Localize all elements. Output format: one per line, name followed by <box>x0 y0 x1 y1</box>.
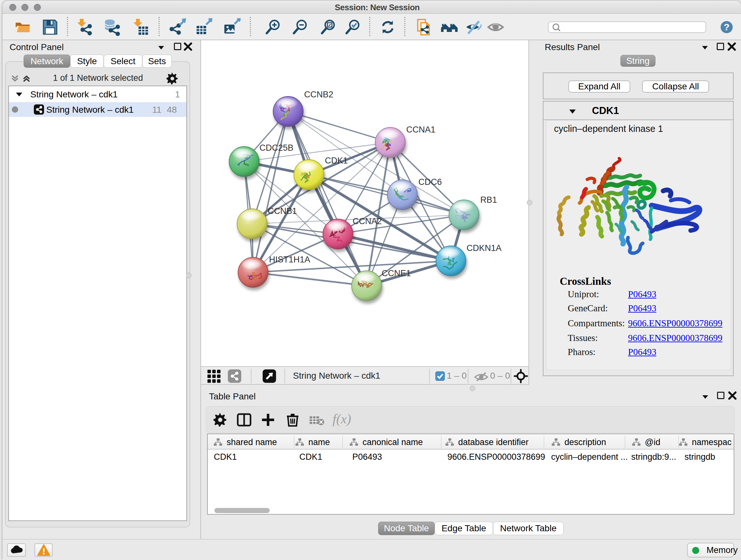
svg-text:CCNB2: CCNB2 <box>304 90 333 99</box>
svg-text:RB1: RB1 <box>480 195 497 205</box>
svg-text:CDK1: CDK1 <box>325 156 348 165</box>
svg-text:CDC25B: CDC25B <box>259 143 293 152</box>
svg-text:CDC6: CDC6 <box>418 177 442 187</box>
svg-text:CDKN1A: CDKN1A <box>467 243 502 253</box>
svg-text:CCNA2: CCNA2 <box>353 216 382 226</box>
svg-text:HIST1H1A: HIST1H1A <box>269 255 310 264</box>
svg-text:CCNB1: CCNB1 <box>268 206 297 216</box>
svg-text:CCNA1: CCNA1 <box>406 125 435 134</box>
svg-text:CCNE1: CCNE1 <box>382 268 411 278</box>
